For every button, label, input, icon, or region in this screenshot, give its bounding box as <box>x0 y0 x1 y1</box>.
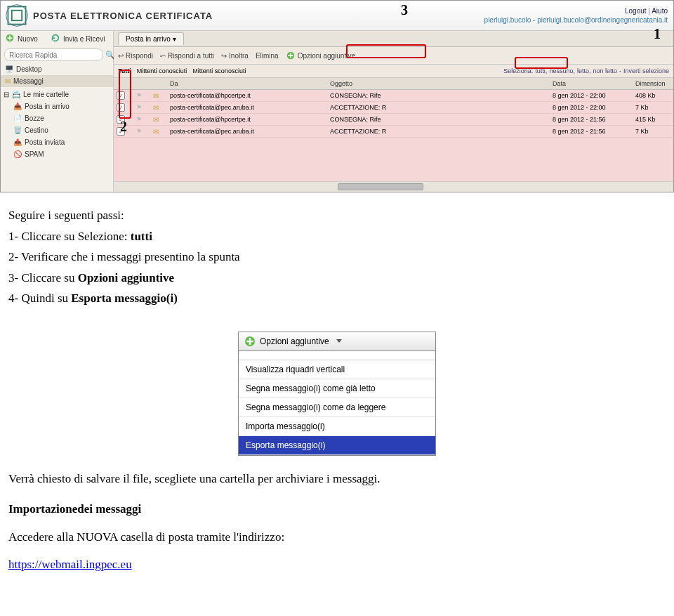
separator: - <box>619 67 621 74</box>
webmail-header: POSTA ELETTRONICA CERTIFICATA Logout | A… <box>1 1 673 31</box>
filter-unknown[interactable]: Mittenti sconosciuti <box>192 67 246 74</box>
dropdown-item[interactable]: Segna messaggio(i) come da leggere <box>239 398 435 417</box>
sidebar-label: Desktop <box>16 65 42 73</box>
step-bold: Opzioni aggiuntive <box>78 271 174 284</box>
step-bold: tutti <box>131 230 152 243</box>
brand-title: POSTA ELETTRONICA CERTIFICATA <box>33 11 213 21</box>
svg-point-2 <box>6 5 28 27</box>
highlight-box-checks <box>119 70 131 119</box>
dropdown-button[interactable]: Opzioni aggiuntive <box>239 332 435 351</box>
options-button[interactable]: Opzioni aggiuntive <box>286 51 355 60</box>
envelope-icon: ✉ <box>153 128 159 136</box>
delete-button[interactable]: Elimina <box>256 52 279 60</box>
help-link[interactable]: Aiuto <box>652 7 668 15</box>
annotation-1: 1 <box>654 26 661 42</box>
sidebar-desktop[interactable]: 🖥️ Desktop <box>1 63 113 75</box>
flag-icon[interactable]: ⚑ <box>136 92 142 99</box>
message-row[interactable]: ✓⚑✉posta-certificata@hpcertpe.itCONSEGNA… <box>114 90 673 102</box>
flag-icon[interactable]: ⚑ <box>136 128 142 135</box>
invert-selection-link[interactable]: Inverti selezione <box>623 67 669 74</box>
instructions-text-2: Verrà chiesto di salvare il file, scegli… <box>0 470 674 591</box>
svg-rect-1 <box>12 11 22 20</box>
forward-button[interactable]: ↪Inoltra <box>221 52 249 60</box>
col-size[interactable]: Dimension <box>633 80 673 87</box>
folder-inbox[interactable]: 📥Posta in arrivo <box>1 100 113 112</box>
send-receive-button[interactable]: Invia e Ricevi <box>63 35 105 43</box>
sidebar-messaggi[interactable]: ✉ Messaggi <box>1 75 113 87</box>
reply-button[interactable]: ↩Rispondi <box>118 52 153 60</box>
chevron-down-icon: ▾ <box>173 35 176 43</box>
sidebar-toolbar: Nuovo Invia e Ricevi <box>1 31 113 46</box>
access-text: Accedere alla NUOVA casella di posta tra… <box>8 528 666 546</box>
step-text: 1- Cliccare su Selezione: <box>8 230 131 243</box>
folder-spam[interactable]: 🚫SPAM <box>1 148 113 160</box>
cell-date: 8 gen 2012 - 21:56 <box>550 128 633 135</box>
reply-all-button[interactable]: ⤺Rispondi a tutti <box>160 52 214 60</box>
forward-icon: ↪ <box>221 52 227 60</box>
cell-subject: CONSEGNA: Rife <box>327 92 550 99</box>
cell-size: 408 Kb <box>633 92 673 99</box>
webmail-url-link[interactable]: https://webmail.ingpec.eu <box>8 558 132 571</box>
select-read-link[interactable]: letto, <box>577 67 591 74</box>
folder-root[interactable]: ⊟ 📇 Le mie cartelle <box>1 89 113 100</box>
refresh-icon <box>51 33 60 44</box>
horizontal-scrollbar[interactable] <box>114 181 673 192</box>
cell-subject: ACCETTAZIONE: R <box>327 104 550 111</box>
cell-subject: CONSEGNA: Rife <box>327 116 550 123</box>
dropdown-item[interactable]: Importa messaggio(i) <box>239 417 435 436</box>
select-unread-link[interactable]: non letto <box>593 67 617 74</box>
folder-trash[interactable]: 🗑️Cestino <box>1 124 113 136</box>
cell-from: posta-certificata@pec.aruba.it <box>167 128 327 135</box>
dropdown-label: Opzioni aggiuntive <box>260 336 329 346</box>
message-row[interactable]: ✓⚑✉posta-certificata@pec.aruba.itACCETTA… <box>114 102 673 114</box>
btn-label: Rispondi a tutti <box>168 52 214 60</box>
folder-icon: 🚫 <box>13 150 22 158</box>
col-subject[interactable]: Oggetto <box>327 80 550 87</box>
plus-icon <box>5 33 15 44</box>
logout-link[interactable]: Logout <box>625 7 647 15</box>
message-grid: ✓⚑✉posta-certificata@hpcertpe.itCONSEGNA… <box>114 90 673 181</box>
search-input[interactable] <box>4 48 103 61</box>
user-label: pierluigi.bucolo - pierluigi.bucolo@ordi… <box>484 15 668 25</box>
folder-icon: 📤 <box>13 138 22 146</box>
cell-from: posta-certificata@hpcertpe.it <box>167 92 327 99</box>
message-row[interactable]: ✓⚑✉posta-certificata@pec.aruba.itACCETTA… <box>114 126 673 138</box>
sidebar-label: Messaggi <box>13 77 44 85</box>
cell-size: 7 Kb <box>633 104 673 111</box>
cell-date: 8 gen 2012 - 22:00 <box>550 92 633 99</box>
flag-icon[interactable]: ⚑ <box>136 116 142 123</box>
tab-inbox[interactable]: Posta in arrivo ▾ <box>118 32 184 45</box>
annotation-3: 3 <box>401 2 408 18</box>
tab-label: Posta in arrivo <box>126 35 171 43</box>
dropdown-gap <box>239 351 435 360</box>
after-text: Verrà chiesto di salvare il file, scegli… <box>8 470 666 488</box>
folder-sent[interactable]: 📤Posta inviata <box>1 136 113 148</box>
mail-icon: ✉ <box>5 77 11 85</box>
highlight-box-options <box>346 44 426 58</box>
col-from[interactable]: Da <box>167 80 327 87</box>
grid-header: Da Oggetto Data Dimension <box>114 78 673 90</box>
cell-size: 415 Kb <box>633 116 673 123</box>
tree-toggle-icon[interactable]: ⊟ <box>4 91 9 98</box>
dropdown-item[interactable]: Esporta messaggio(i) <box>239 436 435 455</box>
folder-drafts[interactable]: 📄Bozze <box>1 112 113 124</box>
chevron-down-icon <box>336 339 342 343</box>
dropdown-item[interactable]: Segna messaggio(i) come già letto <box>239 379 435 398</box>
step-1: 1- Cliccare su Selezione: tutti <box>8 228 666 246</box>
flag-icon[interactable]: ⚑ <box>136 104 142 111</box>
filter-known[interactable]: Mittenti conosciuti <box>137 67 187 74</box>
cell-date: 8 gen 2012 - 22:00 <box>550 104 633 111</box>
dropdown-menu: Visualizza riquadri verticaliSegna messa… <box>239 360 435 455</box>
message-row[interactable]: ✓⚑✉posta-certificata@hpcertpe.itCONSEGNA… <box>114 114 673 126</box>
envelope-icon: ✉ <box>153 116 159 124</box>
plus-icon <box>286 51 296 60</box>
instructions-text: Seguire i seguenti passi: 1- Cliccare su… <box>0 192 674 325</box>
col-date[interactable]: Data <box>550 80 633 87</box>
cell-from: posta-certificata@pec.aruba.it <box>167 104 327 111</box>
folder-label: Posta inviata <box>25 138 65 146</box>
envelope-icon: ✉ <box>153 104 159 112</box>
nuovo-button[interactable]: Nuovo <box>18 35 38 43</box>
brand-logo <box>1 1 33 30</box>
dropdown-item[interactable]: Visualizza riquadri verticali <box>239 360 435 379</box>
step-text: 3- Cliccare su <box>8 271 78 284</box>
